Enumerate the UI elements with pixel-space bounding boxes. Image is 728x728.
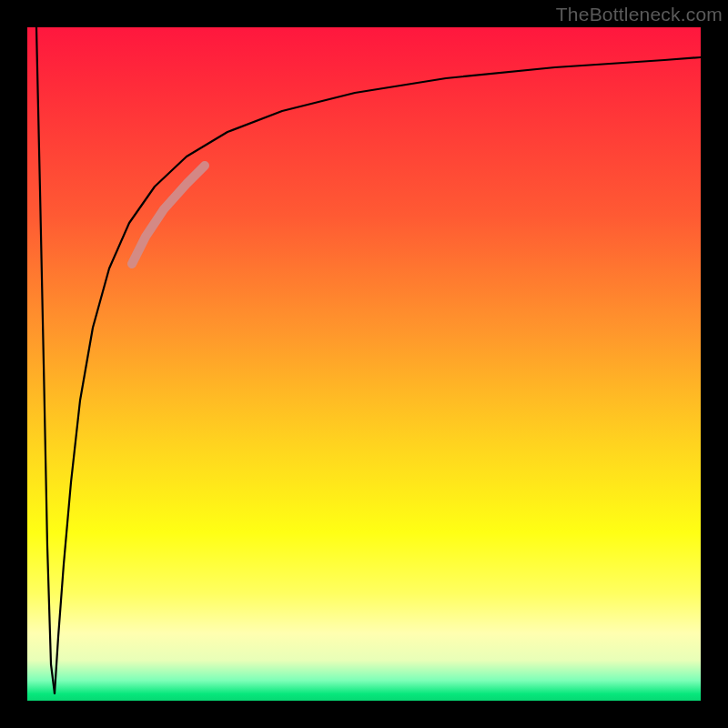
chart-frame: TheBottleneck.com xyxy=(0,0,728,728)
chart-plot-area xyxy=(27,27,701,701)
series-dip-left xyxy=(36,27,55,693)
watermark-text: TheBottleneck.com xyxy=(556,4,723,25)
series-highlight-segment xyxy=(132,166,205,264)
chart-svg xyxy=(27,27,701,701)
series-rise-curve xyxy=(55,57,701,693)
